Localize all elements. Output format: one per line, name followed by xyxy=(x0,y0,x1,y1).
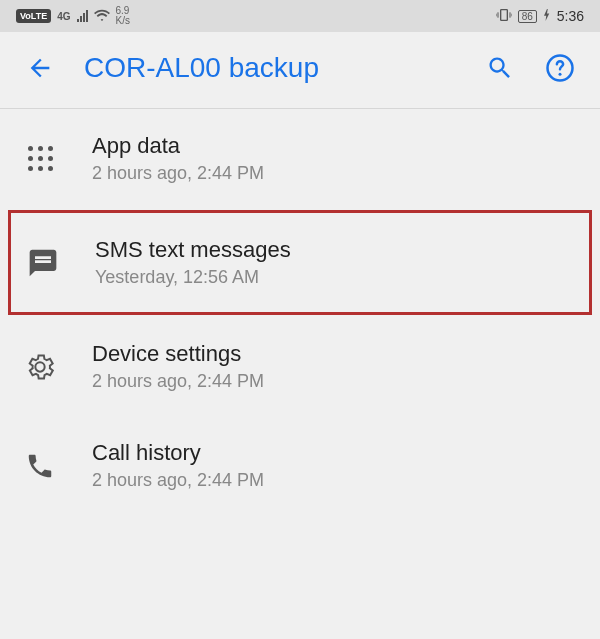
row-sms[interactable]: SMS text messages Yesterday, 12:56 AM xyxy=(8,210,592,315)
row-title: Device settings xyxy=(92,341,580,367)
row-call-history[interactable]: Call history 2 hours ago, 2:44 PM xyxy=(0,416,600,515)
svg-rect-0 xyxy=(500,9,507,20)
svg-point-2 xyxy=(559,73,562,76)
row-title: Call history xyxy=(92,440,580,466)
wifi-icon xyxy=(94,9,110,24)
row-text: Device settings 2 hours ago, 2:44 PM xyxy=(92,341,580,392)
row-title: App data xyxy=(92,133,580,159)
backup-list: App data 2 hours ago, 2:44 PM SMS text m… xyxy=(0,109,600,515)
status-left: VoLTE 4G 6.9K/s xyxy=(16,6,130,26)
row-text: Call history 2 hours ago, 2:44 PM xyxy=(92,440,580,491)
row-device-settings[interactable]: Device settings 2 hours ago, 2:44 PM xyxy=(0,317,600,416)
status-bar: VoLTE 4G 6.9K/s 86 5:36 xyxy=(0,0,600,32)
row-subtitle: 2 hours ago, 2:44 PM xyxy=(92,163,580,184)
row-subtitle: 2 hours ago, 2:44 PM xyxy=(92,371,580,392)
charging-icon xyxy=(543,9,551,24)
search-button[interactable] xyxy=(484,52,516,84)
volte-badge: VoLTE xyxy=(16,9,51,23)
row-subtitle: Yesterday, 12:56 AM xyxy=(95,267,577,288)
network-type: 4G xyxy=(57,11,70,22)
message-icon xyxy=(23,243,63,283)
row-title: SMS text messages xyxy=(95,237,577,263)
back-button[interactable] xyxy=(24,52,56,84)
battery-indicator: 86 xyxy=(518,10,537,23)
apps-icon xyxy=(20,139,60,179)
net-speed: 6.9K/s xyxy=(116,6,130,26)
phone-icon xyxy=(20,446,60,486)
help-button[interactable] xyxy=(544,52,576,84)
app-bar: COR-AL00 backup xyxy=(0,32,600,109)
clock: 5:36 xyxy=(557,8,584,24)
page-title: COR-AL00 backup xyxy=(84,52,456,84)
row-subtitle: 2 hours ago, 2:44 PM xyxy=(92,470,580,491)
status-right: 86 5:36 xyxy=(496,8,584,25)
vibrate-icon xyxy=(496,8,512,25)
gear-icon xyxy=(20,347,60,387)
row-app-data[interactable]: App data 2 hours ago, 2:44 PM xyxy=(0,109,600,208)
signal-icon xyxy=(77,10,88,22)
row-text: SMS text messages Yesterday, 12:56 AM xyxy=(95,237,577,288)
row-text: App data 2 hours ago, 2:44 PM xyxy=(92,133,580,184)
